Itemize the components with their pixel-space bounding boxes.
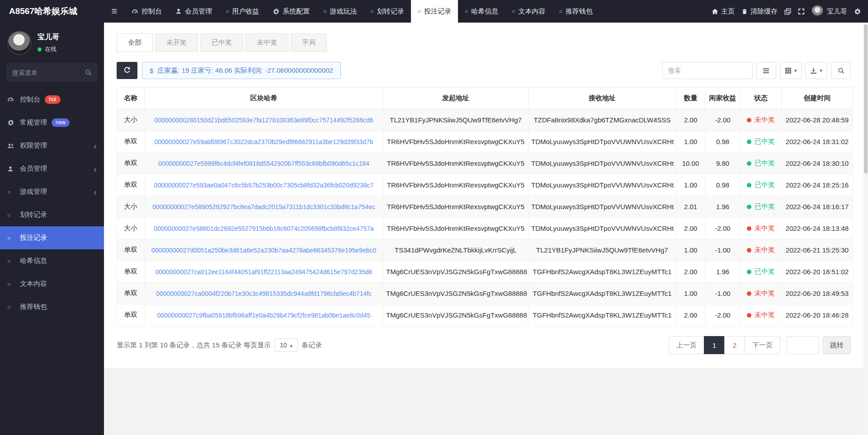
status-dot-icon (747, 248, 751, 253)
hash-link[interactable]: 00000000027ca0004f220b71e30c3c49815335dc… (156, 290, 372, 297)
cell-status: 未中奖 (741, 239, 782, 261)
sidebar-item-控制台[interactable]: 控制台hot (0, 88, 104, 111)
top-nav-item-推荐钱包[interactable]: ○推荐钱包 (552, 0, 599, 23)
trash-icon (741, 8, 748, 15)
circle-icon: ○ (7, 304, 20, 310)
records-table: 名称区块哈希发起地址接收地址数量闲家收益状态创建时间 大小00000000028… (117, 87, 853, 326)
sidebar-item-label: 投注记录 (20, 234, 47, 242)
hash-link[interactable]: 00000000027e593ae0a047c6c5b57b253b00c730… (154, 182, 374, 189)
circle-icon: ○ (7, 189, 20, 195)
cell-amount: 2.00 (676, 109, 705, 131)
circle-icon: ○ (512, 9, 515, 14)
cell-to-address: TZDFa8nix98Xdka7gb6TZMGxnacDLW4SSS (528, 109, 676, 131)
sidebar-item-推荐钱包[interactable]: ○推荐钱包 (0, 295, 104, 318)
fullscreen-button[interactable] (798, 8, 805, 15)
status-dot-icon (747, 140, 751, 144)
cell-to-address: TGFHbnfS2AwcgXAdspT8KL3W1ZEuyMTTc1 (528, 283, 676, 304)
dollar-icon: $ (150, 67, 153, 75)
toolbar-right: ▾ ▾ (662, 62, 851, 79)
cell-name: 单双 (117, 153, 145, 174)
toggle-view-button[interactable] (756, 62, 776, 79)
user-menu[interactable]: 宝儿哥 (811, 5, 847, 17)
menu-toggle-icon[interactable]: ≡ (104, 0, 125, 23)
table-search-input[interactable] (662, 62, 753, 79)
cell-from-address: TR6HVFbHv5SJdoHnmKtRexsvptwgCKXuY5 (383, 131, 528, 153)
tab-未中奖[interactable]: 未中奖 (245, 33, 288, 52)
status-label: 未中奖 (755, 311, 775, 319)
top-nav-item-系统配置[interactable]: 系统配置 (266, 0, 316, 23)
gear-icon (273, 8, 279, 15)
tab-未开奖[interactable]: 未开奖 (155, 33, 198, 52)
hash-link[interactable]: 00000000027e58905282927bc8ea7dadc2015a73… (152, 203, 375, 210)
scrollbar-thumb[interactable] (864, 24, 868, 173)
hash-link[interactable]: 00000000027e5999f6c4dcf4fef0818d5542920b… (158, 160, 369, 167)
tab-平局[interactable]: 平局 (291, 33, 327, 52)
top-nav-item-文本内容[interactable]: ○文本内容 (505, 0, 552, 23)
sidebar-item-投注记录[interactable]: ○投注记录 (0, 226, 104, 249)
sidebar-item-划转记录[interactable]: ○划转记录 (0, 203, 104, 226)
sidebar-item-常规管理[interactable]: 常规管理new (0, 111, 104, 134)
hash-link[interactable]: 00000000027ca012ee1184f44051af91ff22113a… (156, 268, 373, 276)
cell-to-address: TDMoLyuuwys3SpHtDTpoVVUWNVUsvXCRHt (528, 131, 676, 153)
search-button[interactable] (831, 62, 851, 79)
top-nav-label: 游戏玩法 (330, 7, 357, 16)
cell-hash: 000000000280150d21bd6502593e7fa127810036… (145, 109, 383, 131)
jump-page-input[interactable] (787, 336, 819, 354)
top-nav-item-哈希信息[interactable]: ○哈希信息 (458, 0, 505, 23)
cell-amount: 1.00 (676, 283, 705, 304)
cell-created-time: 2022-06-20 18:46:28 (782, 304, 853, 326)
hash-link[interactable]: 000000000280150d21bd6502593e7fa127810036… (154, 117, 373, 124)
top-nav-item-控制台[interactable]: 控制台 (125, 0, 169, 23)
table-row: 大小00000000027e58905282927bc8ea7dadc2015a… (117, 196, 853, 218)
language-switch-button[interactable] (784, 8, 791, 15)
cell-created-time: 2022-06-24 18:31:02 (782, 131, 853, 153)
hash-link[interactable]: 00000000027d0051a250be3d81a6e52a230b7aa4… (151, 247, 377, 254)
dashboard-icon (132, 8, 138, 15)
hash-link[interactable]: 00000000027c9fba05918bfb96aff1e0a4b28b47… (157, 312, 371, 319)
refresh-button[interactable] (117, 62, 137, 79)
top-nav-label: 控制台 (142, 7, 162, 16)
pagination-info-suffix: 条记录 (302, 341, 322, 350)
top-nav-item-用户收益[interactable]: ○用户收益 (219, 0, 266, 23)
cell-status: 未中奖 (741, 304, 782, 326)
sidebar-item-文本内容[interactable]: ○文本内容 (0, 272, 104, 295)
cell-name: 大小 (117, 109, 145, 131)
cell-profit: 1.96 (705, 196, 741, 218)
page-number-button-2[interactable]: 2 (724, 336, 745, 354)
cell-status: 已中奖 (741, 131, 782, 153)
top-nav-item-投注记录[interactable]: ○投注记录 (411, 0, 458, 23)
sidebar-item-会员管理[interactable]: 会员管理‹ (0, 157, 104, 180)
user-icon (175, 8, 182, 14)
export-dropdown-button[interactable]: ▾ (805, 62, 827, 79)
jump-button[interactable]: 跳转 (823, 336, 851, 354)
scrollbar (863, 23, 868, 435)
sidebar-menu: 控制台hot常规管理new权限管理‹会员管理‹○游戏管理‹○划转记录○投注记录○… (0, 88, 104, 318)
status-label: 已中奖 (755, 202, 775, 211)
next-page-button[interactable]: 下一页 (745, 336, 780, 354)
column-header-创建时间: 创建时间 (782, 88, 853, 109)
circle-icon: ○ (418, 9, 421, 14)
page-size-dropdown[interactable]: 10 ▴ (274, 338, 298, 352)
sidebar-search-input[interactable] (12, 69, 85, 76)
sidebar-item-游戏管理[interactable]: ○游戏管理‹ (0, 180, 104, 203)
top-nav-item-划转记录[interactable]: ○划转记录 (364, 0, 411, 23)
tab-全部[interactable]: 全部 (117, 33, 153, 52)
hash-link[interactable]: 00000000027e58601dc2692e5527915b6b18c607… (154, 225, 374, 232)
sidebar-item-权限管理[interactable]: 权限管理‹ (0, 134, 104, 157)
page-number-button-1[interactable]: 1 (704, 336, 725, 354)
settings-button[interactable] (854, 8, 861, 15)
tab-已中奖[interactable]: 已中奖 (200, 33, 243, 52)
status-label: 未中奖 (755, 116, 775, 124)
sidebar-item-label: 推荐钱包 (20, 303, 47, 311)
hash-link[interactable]: 00000000027e59abf08967c3022dca2370b29edf… (154, 138, 373, 145)
clear-cache-link[interactable]: 清除缓存 (741, 7, 778, 16)
home-link[interactable]: 主页 (712, 7, 735, 16)
sidebar-item-哈希信息[interactable]: ○哈希信息 (0, 249, 104, 272)
top-nav-item-游戏玩法[interactable]: ○游戏玩法 (316, 0, 363, 23)
top-nav-label: 系统配置 (283, 7, 310, 16)
status-dot-icon (747, 313, 751, 318)
circle-icon: ○ (7, 281, 20, 287)
top-nav-item-会员管理[interactable]: 会员管理 (169, 0, 219, 23)
columns-dropdown-button[interactable]: ▾ (780, 62, 802, 79)
prev-page-button[interactable]: 上一页 (669, 336, 704, 354)
